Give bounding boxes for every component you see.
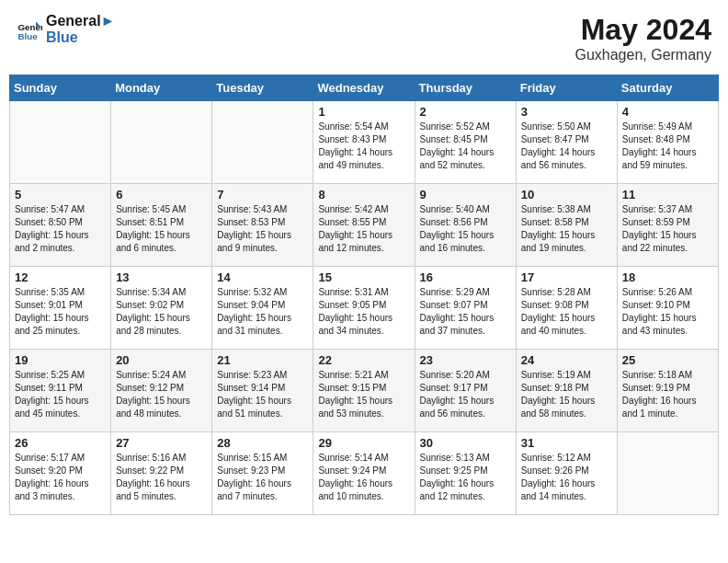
location-title: Guxhagen, Germany [574,47,711,63]
calendar-cell: 6Sunrise: 5:45 AMSunset: 8:51 PMDaylight… [111,184,212,267]
day-info: Sunrise: 5:17 AMSunset: 9:20 PMDaylight:… [15,452,106,503]
calendar-cell [212,101,313,184]
day-number: 19 [15,353,106,367]
logo-line1: General► [46,13,115,29]
day-info: Sunrise: 5:19 AMSunset: 9:18 PMDaylight:… [521,369,612,420]
day-info: Sunrise: 5:15 AMSunset: 9:23 PMDaylight:… [217,452,308,503]
calendar-cell: 30Sunrise: 5:13 AMSunset: 9:25 PMDayligh… [415,432,516,515]
day-info: Sunrise: 5:18 AMSunset: 9:19 PMDaylight:… [622,369,713,420]
weekday-header: Tuesday [212,75,313,101]
calendar-cell: 13Sunrise: 5:34 AMSunset: 9:02 PMDayligh… [111,267,212,350]
day-info: Sunrise: 5:29 AMSunset: 9:07 PMDaylight:… [420,286,511,338]
day-info: Sunrise: 5:21 AMSunset: 9:15 PMDaylight:… [318,369,409,420]
calendar-cell: 25Sunrise: 5:18 AMSunset: 9:19 PMDayligh… [617,350,718,432]
day-number: 4 [622,105,713,119]
calendar-cell: 21Sunrise: 5:23 AMSunset: 9:14 PMDayligh… [212,350,313,432]
calendar-cell: 24Sunrise: 5:19 AMSunset: 9:18 PMDayligh… [516,350,617,432]
day-info: Sunrise: 5:32 AMSunset: 9:04 PMDaylight:… [217,286,308,338]
day-number: 1 [318,105,409,119]
calendar-cell: 7Sunrise: 5:43 AMSunset: 8:53 PMDaylight… [212,184,313,267]
day-info: Sunrise: 5:34 AMSunset: 9:02 PMDaylight:… [116,286,207,338]
calendar-cell [10,101,111,184]
calendar-cell: 4Sunrise: 5:49 AMSunset: 8:48 PMDaylight… [617,101,718,184]
weekday-header: Thursday [415,75,516,101]
day-number: 29 [318,436,409,450]
day-info: Sunrise: 5:40 AMSunset: 8:56 PMDaylight:… [420,203,511,255]
calendar-cell: 19Sunrise: 5:25 AMSunset: 9:11 PMDayligh… [10,350,111,432]
weekday-header: Friday [516,75,617,101]
month-title: May 2024 [574,13,711,47]
calendar-cell: 2Sunrise: 5:52 AMSunset: 8:45 PMDaylight… [415,101,516,184]
day-number: 17 [521,270,612,284]
day-info: Sunrise: 5:45 AMSunset: 8:51 PMDaylight:… [116,203,207,255]
day-info: Sunrise: 5:26 AMSunset: 9:10 PMDaylight:… [622,286,713,338]
calendar-cell: 12Sunrise: 5:35 AMSunset: 9:01 PMDayligh… [10,267,111,350]
day-number: 28 [217,436,308,450]
calendar-cell: 18Sunrise: 5:26 AMSunset: 9:10 PMDayligh… [617,267,718,350]
day-number: 31 [521,436,612,450]
day-info: Sunrise: 5:28 AMSunset: 9:08 PMDaylight:… [521,286,612,338]
day-number: 7 [217,188,308,201]
day-number: 20 [116,353,207,367]
day-info: Sunrise: 5:24 AMSunset: 9:12 PMDaylight:… [116,369,207,420]
day-info: Sunrise: 5:37 AMSunset: 8:59 PMDaylight:… [622,203,713,255]
day-info: Sunrise: 5:31 AMSunset: 9:05 PMDaylight:… [318,286,409,338]
calendar-cell: 8Sunrise: 5:42 AMSunset: 8:55 PMDaylight… [313,184,415,267]
day-number: 12 [15,270,106,284]
day-number: 22 [318,353,409,367]
day-info: Sunrise: 5:50 AMSunset: 8:47 PMDaylight:… [521,121,612,172]
calendar-table: SundayMondayTuesdayWednesdayThursdayFrid… [9,75,719,515]
day-number: 14 [217,270,308,284]
calendar-cell: 3Sunrise: 5:50 AMSunset: 8:47 PMDaylight… [516,101,617,184]
day-info: Sunrise: 5:54 AMSunset: 8:43 PMDaylight:… [318,121,409,172]
weekday-header: Sunday [10,75,111,101]
day-number: 6 [116,188,207,201]
title-block: May 2024 Guxhagen, Germany [574,13,711,63]
day-info: Sunrise: 5:14 AMSunset: 9:24 PMDaylight:… [318,452,409,503]
calendar-cell: 31Sunrise: 5:12 AMSunset: 9:26 PMDayligh… [516,432,617,515]
day-number: 15 [318,270,409,284]
calendar-cell: 29Sunrise: 5:14 AMSunset: 9:24 PMDayligh… [313,432,415,515]
calendar-cell: 5Sunrise: 5:47 AMSunset: 8:50 PMDaylight… [10,184,111,267]
calendar-cell: 10Sunrise: 5:38 AMSunset: 8:58 PMDayligh… [516,184,617,267]
calendar-cell: 9Sunrise: 5:40 AMSunset: 8:56 PMDaylight… [415,184,516,267]
day-number: 11 [622,188,713,201]
day-info: Sunrise: 5:16 AMSunset: 9:22 PMDaylight:… [116,452,207,503]
calendar-week-row: 12Sunrise: 5:35 AMSunset: 9:01 PMDayligh… [10,267,719,350]
calendar-cell [617,432,718,515]
day-info: Sunrise: 5:43 AMSunset: 8:53 PMDaylight:… [217,203,308,255]
day-number: 2 [420,105,511,119]
day-number: 21 [217,353,308,367]
day-info: Sunrise: 5:25 AMSunset: 9:11 PMDaylight:… [15,369,106,420]
day-number: 3 [521,105,612,119]
calendar-cell: 14Sunrise: 5:32 AMSunset: 9:04 PMDayligh… [212,267,313,350]
calendar-cell: 17Sunrise: 5:28 AMSunset: 9:08 PMDayligh… [516,267,617,350]
day-number: 13 [116,270,207,284]
calendar-cell: 23Sunrise: 5:20 AMSunset: 9:17 PMDayligh… [415,350,516,432]
page-header: General Blue General► Blue May 2024 Guxh… [9,9,719,67]
weekday-header: Saturday [617,75,718,101]
weekday-header-row: SundayMondayTuesdayWednesdayThursdayFrid… [10,75,719,101]
calendar-cell: 26Sunrise: 5:17 AMSunset: 9:20 PMDayligh… [10,432,111,515]
calendar-cell: 28Sunrise: 5:15 AMSunset: 9:23 PMDayligh… [212,432,313,515]
day-number: 18 [622,270,713,284]
day-number: 5 [15,188,106,201]
calendar-cell: 27Sunrise: 5:16 AMSunset: 9:22 PMDayligh… [111,432,212,515]
day-number: 10 [521,188,612,201]
day-number: 23 [420,353,511,367]
calendar-cell [111,101,212,184]
day-info: Sunrise: 5:13 AMSunset: 9:25 PMDaylight:… [420,452,511,503]
calendar-week-row: 19Sunrise: 5:25 AMSunset: 9:11 PMDayligh… [10,350,719,432]
day-info: Sunrise: 5:35 AMSunset: 9:01 PMDaylight:… [15,286,106,338]
calendar-cell: 15Sunrise: 5:31 AMSunset: 9:05 PMDayligh… [313,267,415,350]
day-info: Sunrise: 5:42 AMSunset: 8:55 PMDaylight:… [318,203,409,255]
calendar-week-row: 5Sunrise: 5:47 AMSunset: 8:50 PMDaylight… [10,184,719,267]
day-number: 27 [116,436,207,450]
day-info: Sunrise: 5:38 AMSunset: 8:58 PMDaylight:… [521,203,612,255]
day-number: 24 [521,353,612,367]
day-number: 30 [420,436,511,450]
day-info: Sunrise: 5:47 AMSunset: 8:50 PMDaylight:… [15,203,106,255]
day-number: 8 [318,188,409,201]
svg-text:Blue: Blue [17,31,38,41]
calendar-week-row: 26Sunrise: 5:17 AMSunset: 9:20 PMDayligh… [10,432,719,515]
